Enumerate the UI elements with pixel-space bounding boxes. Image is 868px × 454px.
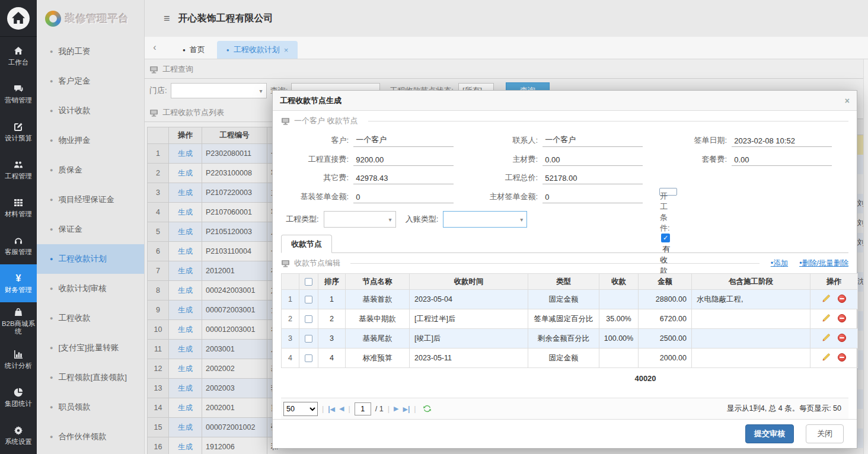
rail-item[interactable]: 集团统计	[0, 378, 37, 416]
rail-item[interactable]: 客服管理	[0, 226, 37, 264]
close-button[interactable]: 关闭	[806, 424, 844, 443]
delete-icon[interactable]	[838, 314, 846, 322]
last-page-icon[interactable]: ▶|	[403, 405, 410, 413]
generate-link[interactable]: 生成	[178, 384, 193, 392]
sidebar-item[interactable]: ● 项目经理保证金	[37, 185, 144, 215]
project-type-select[interactable]: ▾	[324, 211, 396, 228]
menu-toggle-icon[interactable]: ≡	[164, 12, 170, 25]
row-checkbox[interactable]	[305, 354, 312, 362]
sidebar-item[interactable]: ● 工程收款	[37, 303, 144, 333]
generate-link[interactable]: 生成	[178, 286, 193, 295]
row-number: 8	[148, 281, 169, 300]
generate-link[interactable]: 生成	[178, 345, 193, 353]
tab-payment-nodes[interactable]: 收款节点	[281, 235, 332, 253]
tabs-scroll-left-icon[interactable]: ‹	[145, 36, 165, 59]
edit-icon[interactable]	[822, 314, 831, 322]
modal-title: 工程收款节点生成	[280, 95, 342, 106]
node-stage: 水电隐蔽工程,	[692, 290, 810, 309]
modal-close-icon[interactable]: ×	[845, 96, 850, 105]
sidebar-item[interactable]: ● 收款计划审核	[37, 274, 144, 303]
node-percent: 35.00%	[599, 309, 639, 329]
rail-item[interactable]: ¥ 财务管理	[0, 264, 37, 302]
chevron-down-icon: ▾	[520, 216, 523, 223]
column-header-percent: 收款	[599, 274, 639, 290]
generate-link[interactable]: 生成	[178, 306, 193, 314]
delete-icon[interactable]	[838, 353, 846, 362]
generate-link[interactable]: 生成	[178, 267, 193, 275]
rail-item[interactable]: B2B商城系统	[0, 302, 37, 340]
form-field: 签单日期: ✓ 2023-02-08 10:52	[659, 131, 848, 151]
scrollbar[interactable]	[863, 59, 868, 454]
rail-item[interactable]: 材料管理	[0, 188, 37, 226]
generate-link[interactable]: 生成	[178, 443, 193, 451]
sidebar-item[interactable]: ● 物业押金	[37, 126, 144, 155]
generate-link[interactable]: 生成	[178, 228, 193, 236]
row-checkbox[interactable]	[305, 335, 312, 343]
row-checkbox[interactable]	[305, 315, 312, 323]
sidebar-item[interactable]: ● 职员领款	[37, 392, 144, 422]
rail-item[interactable]: 工程管理	[0, 151, 37, 188]
tab-close-icon[interactable]: ×	[284, 46, 289, 55]
submit-review-button[interactable]: 提交审核	[745, 424, 794, 443]
generate-link[interactable]: 生成	[178, 365, 193, 373]
delete-batch-link[interactable]: •删除/批量删除	[799, 258, 848, 268]
generate-link[interactable]: 生成	[178, 325, 193, 334]
rail-item-label: 工程管理	[1, 172, 36, 180]
background-cell: 刘	[857, 233, 863, 252]
sidebar-item[interactable]: ● [支付宝]批量转账	[37, 333, 144, 363]
rail-item[interactable]: 工作台	[0, 37, 37, 75]
tab[interactable]: ● 首页 ×	[173, 41, 215, 59]
generate-link[interactable]: 生成	[178, 188, 193, 197]
background-cell: 沈	[857, 272, 863, 292]
sidebar-item[interactable]: ● 客户定金	[37, 66, 144, 96]
refresh-icon[interactable]	[423, 404, 432, 413]
background-cell	[857, 252, 863, 272]
edit-icon[interactable]	[822, 333, 831, 342]
add-link[interactable]: •添加	[771, 258, 788, 268]
sidebar-item[interactable]: ● 工程领款[直接领款]	[37, 363, 144, 392]
form-field: 工程直接费: ✓ 9200.00	[281, 151, 470, 170]
select-all-checkbox[interactable]	[305, 278, 312, 286]
bar-chart-icon	[13, 349, 24, 360]
generate-link[interactable]: 生成	[178, 169, 193, 177]
generate-link[interactable]: 生成	[178, 247, 193, 255]
rail-item[interactable]: 系统设置	[0, 416, 37, 454]
rail-item[interactable]: 统计分析	[0, 340, 37, 378]
bullet-icon: ●	[50, 197, 53, 203]
generate-link[interactable]: 生成	[178, 404, 193, 412]
page-size-select[interactable]: 50	[283, 402, 318, 416]
sidebar-item[interactable]: ● 设计收款	[37, 96, 144, 126]
delete-icon[interactable]	[838, 295, 846, 303]
generate-link[interactable]: 生成	[178, 149, 193, 158]
rail-item[interactable]: 设计预算	[0, 113, 37, 151]
sidebar-item[interactable]: ● 我的工资	[37, 37, 144, 66]
edit-icon[interactable]	[822, 294, 831, 303]
account-type-select[interactable]: ▾	[443, 211, 527, 228]
generate-link[interactable]: 生成	[178, 208, 193, 216]
edit-icon[interactable]	[822, 353, 831, 362]
node-order: 4	[318, 349, 346, 368]
rail-item[interactable]: 营销管理	[0, 75, 37, 113]
generate-link[interactable]: 生成	[178, 423, 193, 431]
first-page-icon[interactable]: |◀	[328, 405, 335, 413]
node-row: 4 4 标准预算 2023-05-11 固定金额 2000.00	[282, 349, 858, 368]
sidebar-item[interactable]: ● 质保金	[37, 155, 144, 185]
next-page-icon[interactable]: ▶	[394, 405, 398, 413]
pagination-bar: 50 | |◀ ◀ | / 1 | ▶ ▶| | 显示从1到4, 总 4 条。每…	[281, 398, 848, 419]
app-logo[interactable]	[0, 0, 37, 37]
form-field: 基装签单金额: ✓ 0	[281, 188, 470, 207]
row-number: 16	[148, 437, 169, 454]
tab[interactable]: ● 工程收款计划 ×	[217, 41, 298, 59]
prev-page-icon[interactable]: ◀	[339, 405, 344, 413]
node-edit-section-title: 收款节点编辑 •添加 •删除/批量删除	[281, 253, 848, 273]
yen-icon: ¥	[13, 273, 24, 284]
column-header-type: 类型	[528, 274, 599, 290]
sidebar-item[interactable]: ● 工程收款计划	[37, 244, 144, 274]
sidebar-item[interactable]: ● 合作伙伴领款	[37, 422, 144, 452]
delete-icon[interactable]	[838, 334, 846, 342]
node-row: 2 2 基装中期款 [工程过半]后 签单减固定百分比 35.00% 6720.0…	[282, 309, 858, 329]
sidebar-item[interactable]: ● 保证金	[37, 215, 144, 244]
page-input[interactable]	[355, 402, 371, 415]
row-checkbox[interactable]	[305, 296, 312, 303]
store-select[interactable]: ▾	[171, 83, 267, 98]
